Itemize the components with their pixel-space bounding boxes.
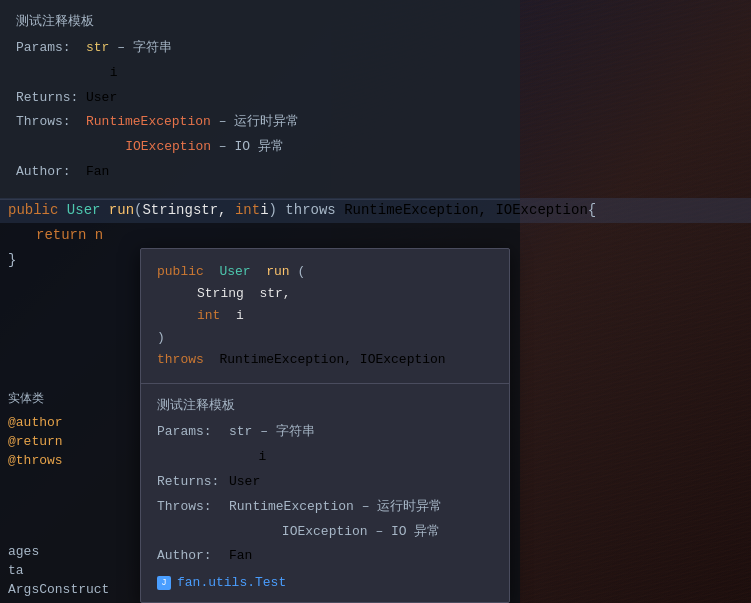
run-function: run bbox=[109, 200, 134, 221]
popup-run-fn: run bbox=[266, 264, 289, 279]
param2-row: i bbox=[16, 63, 504, 84]
popup: public User run ( String str, int i ) th… bbox=[140, 248, 510, 603]
popup-code-line3: int i bbox=[157, 305, 493, 327]
popup-params-row: Params: str – 字符串 bbox=[157, 422, 493, 443]
author-row: Author: Fan bbox=[16, 162, 504, 183]
popup-code-line4: ) bbox=[157, 327, 493, 349]
param2-indent bbox=[16, 63, 110, 84]
popup-returns-type: User bbox=[229, 472, 260, 493]
bottom-item-ages: ages bbox=[8, 542, 122, 561]
param2-name: i bbox=[110, 63, 118, 84]
popup-i-param: i bbox=[236, 308, 244, 323]
bottom-item-ta: ta bbox=[8, 561, 122, 580]
author-name: Fan bbox=[86, 162, 109, 183]
popup-throws-row1: Throws: RuntimeException – 运行时异常 bbox=[157, 497, 493, 518]
popup-source-text: fan.utils.Test bbox=[177, 575, 286, 590]
params-row: Params: str – 字符串 bbox=[16, 38, 504, 59]
throws-label: Throws: bbox=[16, 112, 86, 133]
int-type: int bbox=[235, 200, 260, 221]
popup-params-label: Params: bbox=[157, 422, 229, 443]
sidebar: 实体类 @author @return @throws bbox=[0, 380, 110, 478]
close-brace: } bbox=[8, 250, 16, 271]
bottom-items: ages ta ArgsConstruct bbox=[0, 538, 130, 603]
returns-row: Returns: User bbox=[16, 88, 504, 109]
param1-content: str – 字符串 bbox=[86, 38, 172, 59]
returns-label: Returns: bbox=[16, 88, 86, 109]
popup-code-line5: throws RuntimeException, IOException bbox=[157, 349, 493, 371]
io-exception: IOException bbox=[495, 200, 587, 221]
bottom-item-argsconstruct: ArgsConstruct bbox=[8, 580, 122, 599]
popup-user-type: User bbox=[219, 264, 250, 279]
popup-throws-row2: IOException – IO 异常 bbox=[157, 522, 493, 543]
sidebar-item-return[interactable]: @return bbox=[0, 432, 110, 451]
popup-public-kw: public bbox=[157, 264, 204, 279]
popup-doc-title: 测试注释模板 bbox=[157, 396, 493, 414]
throws-row1: Throws: RuntimeException – 运行时异常 bbox=[16, 112, 504, 133]
throw1-desc: 运行时异常 bbox=[234, 114, 299, 129]
user-type: User bbox=[67, 200, 101, 221]
main-code-line: public User run ( String str, int i ) th… bbox=[0, 198, 751, 223]
popup-source-row: J fan.utils.Test bbox=[157, 575, 493, 590]
sidebar-item-author[interactable]: @author bbox=[0, 413, 110, 432]
popup-doc-section: 测试注释模板 Params: str – 字符串 i Returns: User… bbox=[141, 384, 509, 602]
throws-row2: IOException – IO 异常 bbox=[16, 137, 504, 158]
throw2-desc: IO 异常 bbox=[234, 139, 283, 154]
popup-throws-label: Throws: bbox=[157, 497, 229, 518]
popup-param2-row: i bbox=[157, 447, 493, 468]
sidebar-section-title: 实体类 bbox=[0, 388, 110, 409]
throw2-name: IOException bbox=[125, 139, 211, 154]
return-keyword: return n bbox=[8, 225, 103, 246]
param1-desc: 字符串 bbox=[133, 40, 172, 55]
public-keyword: public bbox=[8, 200, 58, 221]
popup-author-label: Author: bbox=[157, 546, 229, 567]
return-line: return n bbox=[0, 223, 751, 248]
popup-exceptions: RuntimeException, IOException bbox=[219, 352, 445, 367]
returns-type: User bbox=[86, 88, 117, 109]
throw1-name: RuntimeException bbox=[86, 114, 211, 129]
popup-returns-row: Returns: User bbox=[157, 472, 493, 493]
popup-author-name: Fan bbox=[229, 546, 252, 567]
popup-int-type: int bbox=[197, 308, 220, 323]
top-doc-title: 测试注释模板 bbox=[16, 12, 504, 30]
source-icon: J bbox=[157, 576, 171, 590]
popup-throws-kw: throws bbox=[157, 352, 204, 367]
popup-code-line1: public User run ( bbox=[157, 261, 493, 283]
params-label: Params: bbox=[16, 38, 86, 59]
popup-str-param: str, bbox=[259, 286, 290, 301]
popup-string-type: String bbox=[197, 286, 244, 301]
top-doc-panel: 测试注释模板 Params: str – 字符串 i Returns: User… bbox=[0, 0, 520, 200]
popup-code-line2: String str, bbox=[157, 283, 493, 305]
author-label: Author: bbox=[16, 162, 86, 183]
popup-code-section: public User run ( String str, int i ) th… bbox=[141, 249, 509, 384]
runtime-exception: RuntimeException, bbox=[344, 200, 487, 221]
popup-author-row: Author: Fan bbox=[157, 546, 493, 567]
param1-name: str bbox=[86, 40, 109, 55]
string-type: String bbox=[142, 200, 192, 221]
sidebar-item-throws[interactable]: @throws bbox=[0, 451, 110, 470]
popup-returns-label: Returns: bbox=[157, 472, 229, 493]
